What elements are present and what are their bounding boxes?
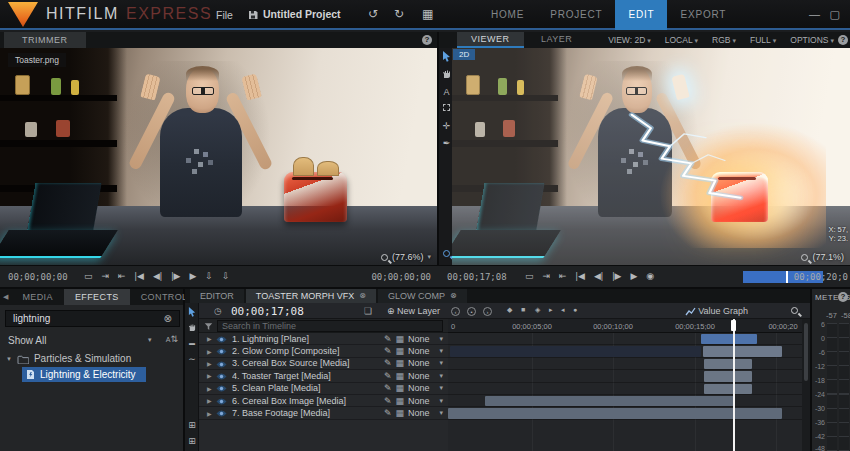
play-icon[interactable]: ▶	[630, 269, 637, 284]
project-name[interactable]: Untitled Project	[263, 8, 341, 20]
playhead-handle[interactable]	[731, 320, 736, 331]
rate-stretch-tool-icon[interactable]: ∼	[185, 354, 199, 364]
edit-pencil-icon[interactable]: ✎	[384, 408, 392, 418]
blend-value[interactable]: None	[408, 408, 430, 418]
chevron-down-icon[interactable]: ▾	[439, 397, 443, 405]
viewer-2d-badge[interactable]: 2D	[453, 49, 475, 60]
keyframe-diamond-icon[interactable]: ◆	[507, 306, 512, 314]
save-icon[interactable]	[248, 7, 258, 21]
timeline-timecode[interactable]: 00;00;17;08	[231, 305, 304, 318]
layout-grid-icon[interactable]: ▦	[422, 7, 433, 21]
undo-icon[interactable]: ↺	[368, 7, 378, 21]
maximize-icon[interactable]: ▢	[830, 8, 840, 21]
track-toaster-target[interactable]	[448, 370, 802, 382]
nav-tab-edit[interactable]: EDIT	[615, 0, 667, 30]
blend-mode-icon[interactable]: ▦	[395, 408, 404, 418]
edit-pencil-icon[interactable]: ✎	[384, 358, 392, 368]
play-icon[interactable]: ▶	[189, 269, 196, 284]
clear-search-icon[interactable]: ⊗	[164, 313, 172, 324]
channel-dropdown[interactable]: RGB	[712, 35, 736, 45]
clip-toaster-target[interactable]	[704, 371, 752, 381]
track-cereal-box-source[interactable]	[448, 358, 802, 370]
expand-icon[interactable]: ▶	[207, 385, 213, 392]
blend-value[interactable]: None	[408, 371, 430, 381]
step-back-icon[interactable]: ◀|	[594, 269, 603, 284]
blend-mode-icon[interactable]: ▦	[395, 334, 404, 344]
clip-glow-comp[interactable]	[703, 346, 782, 356]
expand-tracks-icon[interactable]: ⊞	[185, 420, 199, 430]
expand-icon[interactable]: ▶	[207, 372, 213, 379]
layer-row-clean-plate[interactable]: ▶ 5. Clean Plate [Media] ✎ ▦ None ▾	[199, 383, 448, 395]
overlay-clip-icon[interactable]: ⇩	[222, 269, 230, 284]
clip-lightning[interactable]	[701, 334, 757, 344]
timeline-zoom-icon[interactable]	[791, 306, 798, 316]
blend-value[interactable]: None	[408, 346, 430, 356]
select-tool-icon[interactable]	[185, 307, 199, 317]
layer-row-glow-comp[interactable]: ▶ 2. Glow Comp [Composite] ✎ ▦ None ▾	[199, 345, 448, 357]
blend-mode-icon[interactable]: ▦	[395, 383, 404, 393]
blend-mode-icon[interactable]: ▦	[395, 358, 404, 368]
collapse-tracks-icon[interactable]: ⊞	[185, 436, 199, 446]
playhead[interactable]	[733, 319, 735, 451]
visibility-eye-icon[interactable]	[216, 334, 229, 344]
edit-pencil-icon[interactable]: ✎	[384, 334, 392, 344]
viewer-zoom-control[interactable]: (77.1%)	[801, 252, 844, 262]
slip-tool-icon[interactable]: ▬	[185, 340, 199, 346]
quality-dropdown[interactable]: FULL	[750, 35, 776, 45]
visibility-eye-icon[interactable]	[216, 383, 229, 393]
tabs-scroll-left-icon[interactable]: ◀	[0, 289, 11, 305]
clip-clean-plate[interactable]	[704, 384, 752, 394]
layer-row-cereal-box-source[interactable]: ▶ 3. Cereal Box Source [Media] ✎ ▦ None …	[199, 358, 448, 370]
timeline-scrollbar[interactable]	[802, 319, 810, 451]
blend-value[interactable]: None	[408, 358, 430, 368]
clip-cereal-box-image[interactable]	[485, 396, 734, 406]
go-start-icon[interactable]: |◀	[576, 269, 585, 284]
scrubber-playhead[interactable]	[786, 271, 788, 283]
effects-filter-dropdown[interactable]: Show All	[8, 335, 46, 346]
step-forward-icon[interactable]: |▶	[171, 269, 180, 284]
tab-glow-comp[interactable]: GLOW COMP ⊗	[378, 289, 467, 303]
track-lightning[interactable]	[448, 333, 802, 345]
ease-out-icon[interactable]: ◂	[561, 306, 565, 314]
clip-base-footage[interactable]	[448, 408, 782, 418]
next-keyframe-icon[interactable]: ›	[483, 306, 492, 316]
layer-row-lightning[interactable]: ▶ 1. Lightning [Plane] ✎ ▦ None ▾	[199, 333, 448, 345]
chevron-down-icon[interactable]: ▾	[439, 359, 443, 367]
blend-mode-icon[interactable]: ▦	[395, 396, 404, 406]
export-frame-icon[interactable]: ◉	[646, 269, 654, 284]
edit-pencil-icon[interactable]: ✎	[384, 396, 392, 406]
chevron-down-icon[interactable]: ▾	[439, 335, 443, 343]
meters-help-icon[interactable]: ?	[838, 292, 848, 302]
chevron-down-icon[interactable]: ▾	[439, 372, 443, 380]
blend-value[interactable]: None	[408, 383, 430, 393]
sort-icon[interactable]: A⇅	[166, 334, 178, 344]
keyframe-hold-icon[interactable]: ■	[521, 306, 525, 313]
timeline-search-input[interactable]	[217, 320, 443, 332]
layer-row-base-footage[interactable]: ▶ 7. Base Footage [Media] ✎ ▦ None ▾	[199, 407, 448, 419]
loop-icon[interactable]: ▭	[525, 269, 534, 284]
track-clean-plate[interactable]	[448, 383, 802, 395]
chevron-down-icon[interactable]: ▾	[439, 409, 443, 417]
duplicate-icon[interactable]: ❏	[364, 306, 372, 316]
value-graph-toggle[interactable]: Value Graph	[685, 306, 748, 316]
clip-glow-comp-tail[interactable]	[450, 346, 701, 356]
insert-clip-icon[interactable]: ⇩	[205, 269, 213, 284]
tab-viewer[interactable]: VIEWER	[457, 32, 524, 48]
expand-icon[interactable]: ▶	[207, 335, 213, 342]
clip-cereal-box-source[interactable]	[704, 359, 752, 369]
step-back-icon[interactable]: ◀|	[153, 269, 162, 284]
viewer-help-icon[interactable]: ?	[838, 35, 848, 45]
step-forward-icon[interactable]: |▶	[612, 269, 621, 284]
set-out-icon[interactable]: ⇥	[543, 269, 551, 284]
nav-tab-project[interactable]: PROJECT	[537, 0, 615, 30]
visibility-eye-icon[interactable]	[216, 346, 229, 356]
expand-icon[interactable]: ▶	[207, 410, 213, 417]
close-tab-icon[interactable]: ⊗	[359, 289, 366, 303]
set-in-icon[interactable]: ⇤	[118, 269, 126, 284]
scrollbar-thumb[interactable]	[804, 323, 808, 381]
close-tab-icon[interactable]: ⊗	[450, 289, 457, 303]
keyframe-smooth-icon[interactable]: ◈	[535, 306, 540, 314]
tab-toaster-morph-vfx[interactable]: TOASTER MORPH VFX ⊗	[246, 289, 376, 303]
layer-row-cereal-box-image[interactable]: ▶ 6. Cereal Box Image [Media] ✎ ▦ None ▾	[199, 395, 448, 407]
chevron-down-icon[interactable]: ▾	[439, 347, 443, 355]
